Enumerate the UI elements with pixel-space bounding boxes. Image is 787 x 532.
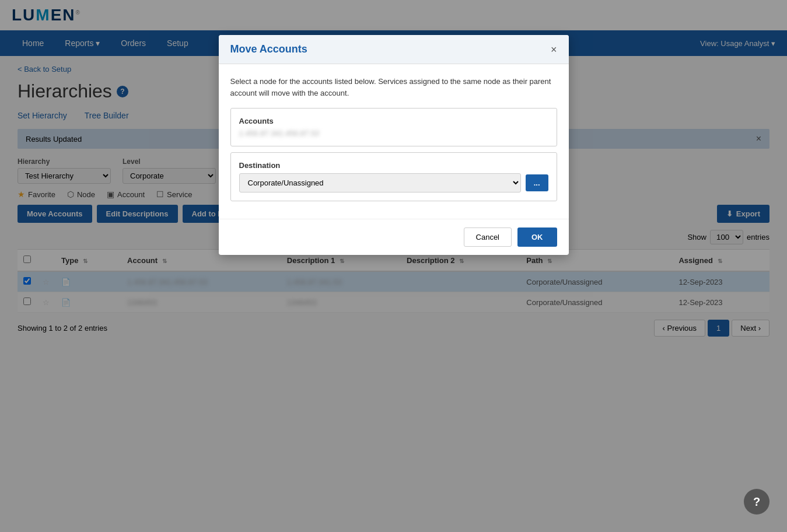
modal-body: Select a node for the accounts listed be… bbox=[219, 64, 569, 219]
modal-destination-section: Destination Corporate/Unassigned ... bbox=[230, 152, 557, 201]
modal-cancel-button[interactable]: Cancel bbox=[464, 228, 512, 247]
modal-header: Move Accounts × bbox=[219, 35, 569, 64]
modal-description: Select a node for the accounts listed be… bbox=[230, 76, 557, 99]
modal-accounts-section: Accounts 1.456.87.341.456.87.53 bbox=[230, 108, 557, 146]
modal-destination-label: Destination bbox=[239, 161, 548, 170]
move-accounts-modal: Move Accounts × Select a node for the ac… bbox=[219, 35, 569, 255]
modal-close-button[interactable]: × bbox=[551, 44, 557, 55]
modal-accounts-value: 1.456.87.341.456.87.53 bbox=[239, 129, 319, 138]
modal-ok-button[interactable]: OK bbox=[517, 228, 557, 247]
modal-footer: Cancel OK bbox=[219, 219, 569, 255]
modal-accounts-label: Accounts bbox=[239, 117, 548, 125]
modal-overlay[interactable]: Move Accounts × Select a node for the ac… bbox=[0, 0, 787, 532]
destination-select[interactable]: Corporate/Unassigned bbox=[239, 173, 521, 192]
help-float-button[interactable]: ? bbox=[744, 489, 769, 514]
browse-destination-button[interactable]: ... bbox=[526, 174, 548, 191]
destination-row: Corporate/Unassigned ... bbox=[239, 173, 548, 192]
modal-title: Move Accounts bbox=[230, 43, 307, 55]
